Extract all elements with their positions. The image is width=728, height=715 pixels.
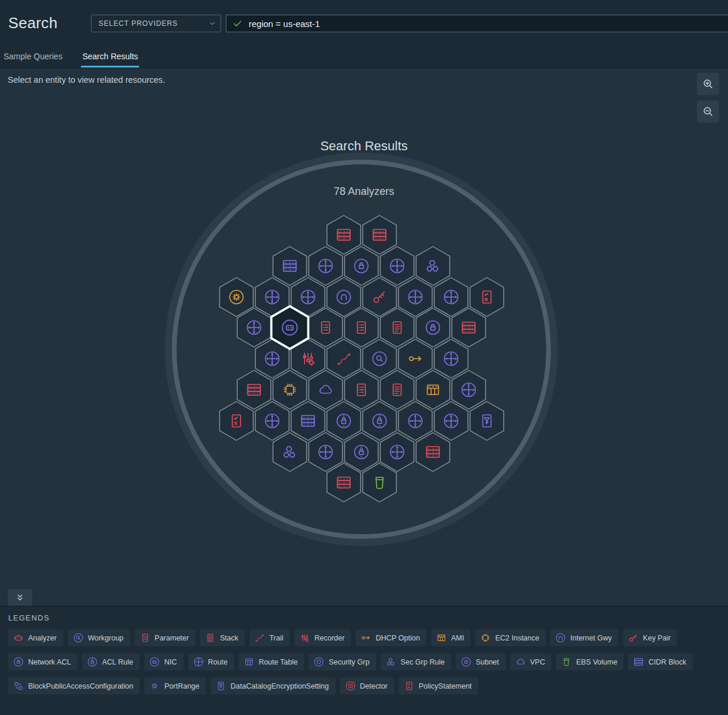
legend-item-key-pair[interactable]: Key Pair xyxy=(623,629,677,646)
legend-label: EC2 Instance xyxy=(495,634,539,642)
hex-node-policy-statement[interactable] xyxy=(218,400,255,442)
legend-title: LEGENDS xyxy=(8,613,720,622)
hexagon-outline xyxy=(325,461,363,504)
hexagon-outline xyxy=(269,305,310,351)
legend-label: PortRange xyxy=(164,682,199,690)
legend-item-parameter[interactable]: Parameter xyxy=(135,629,195,646)
legend-item-detector[interactable]: Detector xyxy=(340,677,394,694)
hexagon-outline xyxy=(414,431,452,473)
legend-item-stack[interactable]: Stack xyxy=(200,629,245,646)
route-icon xyxy=(193,656,204,667)
legend-label: AMI xyxy=(451,634,464,642)
zoom-out-icon xyxy=(702,106,714,117)
legend-item-internet-gwy[interactable]: Internet Gwy xyxy=(550,629,618,646)
block-public-access-icon xyxy=(13,680,24,692)
hex-node-cidr[interactable]: 172.16.0.0172.16.1.0172.16.2.0 xyxy=(325,461,363,504)
legend-panel: LEGENDS AnalyzerWorkgroupParameterStackT… xyxy=(0,606,728,715)
legend-label: Security Grp xyxy=(329,658,369,666)
legend-item-port-range[interactable]: PortRange xyxy=(144,677,206,694)
recorder-icon xyxy=(299,632,310,643)
legend-item-ami[interactable]: AMI xyxy=(431,629,470,646)
legend-item-security-grp[interactable]: Security Grp xyxy=(309,653,375,670)
policy-statement-icon xyxy=(404,680,415,692)
nic-icon xyxy=(149,656,160,667)
security-grp-icon xyxy=(313,656,324,667)
legend-item-acl-rule[interactable]: ACL Rule xyxy=(82,653,140,670)
ec2-instance-icon xyxy=(480,632,491,643)
key-pair-icon xyxy=(628,632,639,643)
legend-item-block-public-access[interactable]: BlockPublicAccessConfiguration xyxy=(8,677,140,694)
port-range-icon xyxy=(149,680,160,692)
legend-item-cidr[interactable]: 172.16.0.0172.16.1.0172.16.2.0CIDR Block xyxy=(628,653,693,670)
hex-node-datacatalog[interactable] xyxy=(468,400,506,442)
sec-grp-rule-icon xyxy=(385,656,397,667)
legend-row: BlockPublicAccessConfigurationPortRangeD… xyxy=(8,677,720,694)
legend-label: Workgroup xyxy=(88,634,124,642)
legend-label: CIDR Block xyxy=(648,658,686,666)
legend-label: PolicyStatement xyxy=(419,682,472,690)
cidr-icon: 172.16.0.0172.16.1.0172.16.2.0 xyxy=(633,656,644,667)
subnet-icon xyxy=(460,656,472,667)
legend-collapse-button[interactable] xyxy=(8,589,32,606)
detector-icon xyxy=(345,680,356,692)
hexagon-outline xyxy=(218,400,255,442)
valid-check-icon xyxy=(232,18,243,29)
vpc-icon xyxy=(515,656,526,667)
legend-label: DHCP Option xyxy=(375,634,420,642)
dhcp-option-icon xyxy=(360,632,371,643)
legend-item-analyzer[interactable]: Analyzer xyxy=(8,629,63,646)
legend-item-route[interactable]: Route xyxy=(188,653,234,670)
legend-item-workgroup[interactable]: Workgroup xyxy=(68,629,130,646)
zoom-in-icon xyxy=(702,78,714,90)
query-input[interactable]: region = us-east-1 xyxy=(226,15,728,32)
legend-label: Detector xyxy=(360,682,388,690)
legend-label: VPC xyxy=(530,658,546,666)
legend-label: Subnet xyxy=(476,658,499,666)
legend-label: Recorder xyxy=(314,634,344,642)
svg-text:172.16.0.0: 172.16.0.0 xyxy=(635,659,644,661)
legend-item-ebs-volume[interactable]: EBS Volume xyxy=(556,653,624,670)
analyzer-icon xyxy=(13,632,24,643)
tab-bar: Sample QueriesSearch Results xyxy=(0,47,728,68)
hex-node-cidr[interactable]: 172.16.0.0172.16.1.0172.16.2.0 xyxy=(414,431,452,473)
legend-item-trail[interactable]: Trail xyxy=(249,629,290,646)
legend-item-recorder[interactable]: Recorder xyxy=(294,629,351,646)
hexagon-outline xyxy=(271,431,309,473)
legend-item-vpc[interactable]: VPC xyxy=(510,653,552,670)
legend-item-network-acl[interactable]: Network ACL xyxy=(8,653,77,670)
zoom-out-button[interactable] xyxy=(697,100,719,123)
app-root: Search SELECT PROVIDERS region = us-east… xyxy=(0,0,728,715)
zoom-in-button[interactable] xyxy=(697,73,719,95)
svg-text:172.16.2.0: 172.16.2.0 xyxy=(635,663,644,665)
results-title: Search Results xyxy=(0,139,728,154)
query-text: region = us-east-1 xyxy=(249,19,320,29)
parameter-icon xyxy=(140,632,151,643)
hex-node-nic[interactable] xyxy=(269,305,310,351)
route-table-icon xyxy=(243,656,255,667)
hex-node-ebs-volume[interactable] xyxy=(361,461,398,504)
legend-label: DataCatalogEncryptionSetting xyxy=(231,682,329,690)
tab-search-results[interactable]: Search Results xyxy=(81,47,139,68)
legend-item-subnet[interactable]: Subnet xyxy=(456,653,506,670)
legend-item-datacatalog[interactable]: DataCatalogEncryptionSetting xyxy=(211,677,335,694)
legend-label: Internet Gwy xyxy=(570,634,612,642)
hexagon-outline xyxy=(361,461,398,504)
internet-gwy-icon xyxy=(555,632,566,643)
legend-item-policy-statement[interactable]: PolicyStatement xyxy=(399,677,478,694)
legend-item-route-table[interactable]: Route Table xyxy=(239,653,304,670)
legend-item-nic[interactable]: NIC xyxy=(144,653,184,670)
legend-label: Analyzer xyxy=(28,634,57,642)
providers-dropdown[interactable]: SELECT PROVIDERS xyxy=(91,15,221,32)
hex-node-sec-grp-rule[interactable] xyxy=(271,431,309,473)
tab-sample-queries[interactable]: Sample Queries xyxy=(2,47,63,68)
legend-row: AnalyzerWorkgroupParameterStackTrailReco… xyxy=(8,629,720,646)
canvas-hint: Select an entity to view related resourc… xyxy=(8,75,165,85)
trail-icon xyxy=(254,632,265,643)
workgroup-icon xyxy=(73,632,84,643)
legend-item-sec-grp-rule[interactable]: Sec Grp Rule xyxy=(381,653,451,670)
legend-label: Stack xyxy=(220,634,238,642)
chevron-down-icon xyxy=(209,20,216,27)
legend-item-ec2-instance[interactable]: EC2 Instance xyxy=(475,629,546,646)
page-title: Search xyxy=(8,14,57,32)
legend-item-dhcp-option[interactable]: DHCP Option xyxy=(355,629,426,646)
